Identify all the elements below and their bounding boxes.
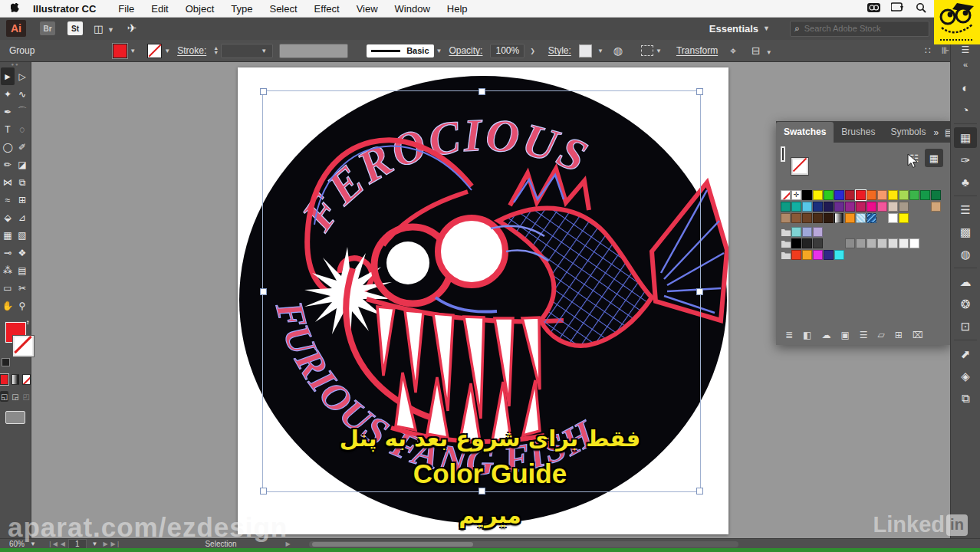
swatch[interactable] [909, 238, 919, 248]
slice-tool[interactable]: ✂ [15, 279, 29, 297]
style-chevron-icon[interactable]: ▼ [597, 48, 603, 54]
align-icon[interactable]: ⌖ [730, 44, 736, 58]
swatch-libraries-menu-icon[interactable]: ≣ [785, 330, 793, 340]
swatch-pattern[interactable] [867, 213, 876, 223]
swatch-none[interactable] [781, 190, 791, 200]
workspace-switcher[interactable]: Essentials [709, 23, 758, 34]
free-transform-tool[interactable]: ⧉ [15, 173, 29, 191]
menu-object[interactable]: Object [186, 3, 215, 15]
pen-tool[interactable]: ✒ [1, 103, 15, 120]
swatch[interactable] [802, 227, 812, 237]
menu-type[interactable]: Type [231, 3, 252, 15]
swatch[interactable] [909, 190, 919, 200]
swatch[interactable] [791, 213, 801, 223]
color-mode-button[interactable] [0, 374, 8, 385]
swatch[interactable] [888, 190, 898, 200]
zoom-tool[interactable]: ⚲ [15, 297, 29, 314]
layers-panel-icon[interactable]: ◈ [954, 366, 977, 386]
tab-symbols[interactable]: Symbols [883, 122, 933, 143]
panel-fill-stroke-proxy[interactable] [782, 149, 784, 159]
swatch-options-icon[interactable]: ▣ [840, 330, 849, 340]
show-swatch-kinds-icon[interactable]: ◧ [803, 330, 811, 340]
isolate-selection-icon[interactable] [641, 45, 653, 56]
symbol-sprayer-tool[interactable]: ⁂ [1, 261, 15, 279]
mesh-tool[interactable]: ▦ [1, 226, 15, 244]
menu-edit[interactable]: Edit [151, 3, 168, 15]
width-tool[interactable]: ≈ [1, 191, 15, 209]
shaper-tool[interactable]: ◌ [15, 120, 29, 138]
draw-normal-icon[interactable]: ◱ [0, 391, 8, 402]
swatch-pattern[interactable] [856, 213, 866, 223]
draw-behind-icon[interactable]: ◲ [11, 391, 19, 402]
style-label[interactable]: Style: [548, 45, 571, 56]
stock-search-input[interactable] [803, 23, 913, 34]
live-paint-tool[interactable]: ⬙ [1, 209, 15, 226]
opacity-value[interactable]: 100% [490, 44, 525, 58]
swatch[interactable] [888, 213, 898, 223]
tools-panel-grip[interactable]: ●● [0, 61, 31, 67]
fill-stroke-control[interactable]: ⇄ [0, 319, 31, 373]
selection-handle[interactable] [696, 288, 703, 295]
gradient-panel-icon[interactable]: ▩ [954, 222, 977, 242]
arrange-panels-icon[interactable]: ⊪ [942, 45, 949, 56]
swatch[interactable] [856, 238, 866, 248]
spotlight-search-icon[interactable] [916, 2, 926, 15]
stroke-proxy[interactable] [13, 336, 34, 356]
workspace-grid-icon[interactable]: ∷ [925, 45, 931, 56]
swatch[interactable] [781, 202, 791, 212]
swatch[interactable] [877, 190, 887, 200]
swatch[interactable] [834, 250, 844, 260]
menu-select[interactable]: Select [269, 3, 297, 15]
eyedropper-tool[interactable]: ⊸ [1, 244, 15, 261]
swatch[interactable] [899, 202, 909, 212]
fill-color-chip[interactable] [113, 44, 127, 58]
adobe-stock-icon[interactable]: St [67, 21, 83, 35]
type-tool[interactable]: T [1, 120, 15, 138]
swatch[interactable] [791, 202, 801, 212]
swatch[interactable] [899, 190, 909, 200]
horizontal-scrollbar[interactable] [309, 541, 738, 547]
stroke-weight-label[interactable]: Stroke: [177, 45, 206, 56]
swatch[interactable] [877, 202, 887, 212]
isolate-chevron-icon[interactable]: ▼ [656, 48, 662, 54]
tab-brushes[interactable]: Brushes [834, 122, 883, 143]
new-color-group-icon[interactable]: ▱ [878, 330, 885, 340]
swatch[interactable] [931, 190, 941, 200]
swatch[interactable] [813, 213, 823, 223]
stroke-color-chip[interactable] [147, 44, 162, 58]
share-icon[interactable]: ✈ [127, 21, 137, 35]
stock-search-box[interactable]: ⌕ [790, 21, 929, 37]
direct-selection-tool[interactable]: ▷ [15, 67, 29, 85]
document-setup-icon[interactable]: ◍ [613, 44, 623, 57]
swatch[interactable] [867, 202, 876, 212]
swatch[interactable] [920, 190, 930, 200]
scrollbar-thumb[interactable] [312, 542, 473, 547]
distribute-icon[interactable]: ⊟ ▼ [751, 44, 774, 57]
swatch[interactable] [888, 238, 898, 248]
swatch[interactable] [802, 202, 812, 212]
menu-view[interactable]: View [357, 3, 378, 15]
transform-link[interactable]: Transform [676, 45, 718, 56]
grid-view-icon[interactable]: ▦ [925, 149, 943, 167]
selection-handle[interactable] [260, 88, 267, 95]
swatch[interactable] [791, 250, 801, 260]
draw-inside-icon[interactable]: ◰ [22, 391, 31, 402]
reflect-tool[interactable]: ⋈ [1, 173, 15, 191]
brush-chevron-icon[interactable]: ▼ [436, 48, 442, 54]
tab-swatches[interactable]: Swatches [776, 122, 834, 143]
artboards-panel-icon[interactable]: ⧉ [954, 388, 977, 409]
new-swatch-icon[interactable]: ⊞ [895, 330, 903, 340]
swatch[interactable] [856, 202, 866, 212]
gradient-mode-button[interactable] [12, 374, 20, 385]
hand-tool[interactable]: ✋ [1, 297, 15, 314]
stroke-chevron-icon[interactable]: ▼ [164, 48, 170, 54]
swatch[interactable] [834, 202, 844, 212]
stroke-weight-dropdown[interactable]: ▼ [221, 44, 273, 58]
menu-effect[interactable]: Effect [314, 3, 340, 15]
swatch[interactable] [813, 250, 823, 260]
swatch[interactable] [824, 202, 834, 212]
brushes-panel-icon[interactable]: ✑ [954, 150, 977, 170]
bridge-icon[interactable]: Br [40, 21, 55, 35]
apple-menu-icon[interactable] [11, 3, 21, 15]
menu-help[interactable]: Help [447, 3, 468, 15]
